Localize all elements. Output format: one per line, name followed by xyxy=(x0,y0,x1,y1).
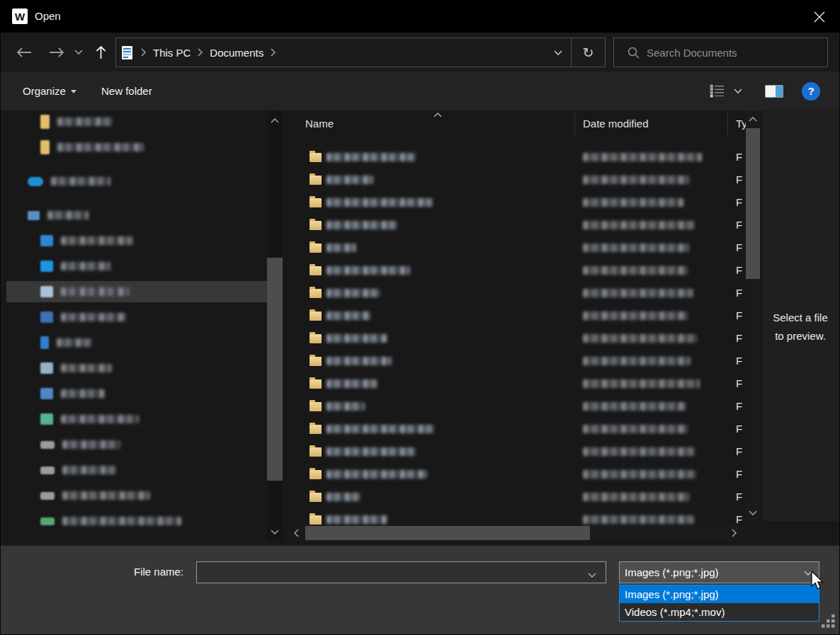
title-bar: W Open xyxy=(1,1,839,33)
breadcrumb-chevron-icon xyxy=(137,48,150,57)
column-header-date-modified[interactable]: Date modified xyxy=(583,118,649,130)
sidebar-item-drive[interactable] xyxy=(6,510,267,532)
file-name-dropdown-icon[interactable] xyxy=(587,568,597,581)
document-icon xyxy=(122,46,132,59)
sidebar-item-pinned-folder[interactable] xyxy=(6,137,267,158)
file-name-redacted xyxy=(327,447,416,456)
file-row[interactable]: F xyxy=(287,282,744,304)
file-row[interactable]: F xyxy=(287,214,744,236)
drive-icon xyxy=(40,492,55,500)
file-name-redacted xyxy=(327,311,370,320)
sidebar-item-this-pc[interactable] xyxy=(6,205,267,226)
file-list-scrollbar[interactable] xyxy=(746,110,760,521)
drive-icon xyxy=(40,517,55,525)
sidebar-item-local-disk[interactable] xyxy=(6,408,267,430)
file-type-option[interactable]: Videos (*.mp4;*.mov) xyxy=(620,603,819,621)
column-divider[interactable] xyxy=(574,113,575,135)
sidebar-scrollbar[interactable] xyxy=(267,110,283,540)
new-folder-button[interactable]: New folder xyxy=(101,71,152,110)
file-row[interactable]: F xyxy=(287,236,744,259)
file-row[interactable]: F xyxy=(287,146,744,168)
scroll-down-icon[interactable] xyxy=(267,525,283,539)
scroll-down-icon[interactable] xyxy=(746,505,760,520)
help-button[interactable]: ? xyxy=(802,71,820,110)
file-type-combobox[interactable]: Images (*.png;*.jpg) xyxy=(619,561,819,583)
file-type-cell: F xyxy=(736,377,742,389)
file-name-redacted xyxy=(327,515,387,524)
help-icon: ? xyxy=(802,82,820,101)
file-row[interactable]: F xyxy=(287,304,744,327)
folder-icon xyxy=(310,289,322,298)
column-divider[interactable] xyxy=(727,113,728,135)
search-box[interactable] xyxy=(613,38,828,67)
horizontal-scrollbar-thumb[interactable] xyxy=(305,526,590,540)
scroll-up-icon[interactable] xyxy=(746,112,760,126)
sidebar-item-documents[interactable] xyxy=(6,281,267,302)
up-button[interactable] xyxy=(91,33,110,71)
column-header-type[interactable]: Ty xyxy=(736,118,747,130)
file-type-option[interactable]: Images (*.png;*.jpg) xyxy=(620,585,819,603)
file-row[interactable]: F xyxy=(287,259,744,282)
sidebar-item-drive[interactable] xyxy=(6,485,267,506)
sidebar-item-onedrive[interactable] xyxy=(6,171,267,192)
pinned-folder-icon xyxy=(40,140,50,154)
file-list: Name Date modified Ty FFFFFFFFFFFFFFFFF xyxy=(287,110,744,540)
file-row[interactable]: F xyxy=(287,327,744,350)
sidebar-item-drive[interactable] xyxy=(6,434,267,455)
caret-down-icon xyxy=(71,90,76,93)
file-date-redacted xyxy=(583,402,686,411)
file-name-input[interactable] xyxy=(196,561,606,583)
file-row[interactable]: F xyxy=(287,191,744,214)
file-row[interactable]: F xyxy=(287,372,744,395)
back-button[interactable] xyxy=(13,33,35,71)
sidebar-item-label-redacted xyxy=(57,143,144,151)
pictures-icon xyxy=(40,362,53,374)
view-mode-dropdown[interactable] xyxy=(733,71,743,110)
file-type-cell: F xyxy=(736,513,742,525)
file-row[interactable]: F xyxy=(287,395,744,418)
scroll-left-icon[interactable] xyxy=(288,526,304,540)
sidebar-item-pinned-folder[interactable] xyxy=(6,111,267,132)
scroll-right-icon[interactable] xyxy=(726,526,742,540)
file-row[interactable]: F xyxy=(287,418,744,440)
forward-button[interactable] xyxy=(46,33,67,71)
sidebar-item-label-redacted xyxy=(61,415,139,423)
sidebar-item-3d-objects[interactable] xyxy=(6,230,267,251)
sidebar-item-label-redacted xyxy=(61,364,112,372)
file-row[interactable]: F xyxy=(287,168,744,191)
file-row[interactable]: F xyxy=(287,486,744,508)
column-header-name[interactable]: Name xyxy=(305,118,334,130)
breadcrumb-documents[interactable]: Documents xyxy=(207,47,266,59)
file-date-redacted xyxy=(583,266,688,275)
file-row[interactable]: F xyxy=(287,440,744,463)
file-name-redacted xyxy=(327,402,365,411)
close-button[interactable] xyxy=(811,8,828,25)
recent-locations-button[interactable] xyxy=(72,33,86,71)
file-date-redacted xyxy=(583,425,688,433)
address-dropdown-button[interactable] xyxy=(545,38,571,67)
scroll-up-icon[interactable] xyxy=(267,113,283,127)
view-mode-button[interactable] xyxy=(710,71,725,110)
sidebar-item-drive[interactable] xyxy=(6,459,267,481)
sidebar-item-music[interactable] xyxy=(6,332,267,353)
breadcrumb-this-pc[interactable]: This PC xyxy=(150,47,193,59)
sidebar-item-desktop[interactable] xyxy=(6,256,267,277)
preview-pane-button[interactable] xyxy=(765,71,783,110)
sidebar-item-pictures[interactable] xyxy=(6,357,267,379)
file-list-scrollbar-thumb[interactable] xyxy=(746,128,760,279)
search-input[interactable] xyxy=(647,47,802,59)
file-row[interactable]: F xyxy=(287,463,744,486)
sidebar-item-downloads[interactable] xyxy=(6,307,267,328)
file-row[interactable]: F xyxy=(287,508,744,526)
resize-grip-icon[interactable] xyxy=(822,614,837,633)
sidebar-item-videos[interactable] xyxy=(6,383,267,404)
open-dialog: W Open xyxy=(0,0,840,635)
file-row[interactable]: F xyxy=(287,350,744,372)
refresh-button[interactable]: ↻ xyxy=(571,38,605,67)
search-icon xyxy=(627,46,640,59)
sidebar-scrollbar-thumb[interactable] xyxy=(267,258,283,481)
file-type-cell: F xyxy=(736,355,742,367)
address-bar[interactable]: This PC Documents ↻ xyxy=(115,38,606,67)
organize-button[interactable]: Organize xyxy=(23,71,76,110)
horizontal-scrollbar[interactable] xyxy=(287,526,743,540)
